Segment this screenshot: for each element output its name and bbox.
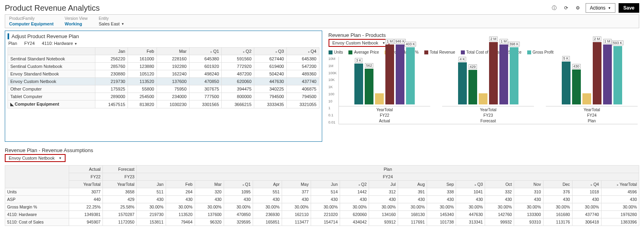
col-header[interactable]: Dec bbox=[543, 181, 572, 188]
col-header[interactable]: Mar bbox=[195, 181, 224, 188]
cell[interactable]: 30.00% bbox=[572, 203, 601, 211]
cell[interactable]: 25.58% bbox=[103, 203, 137, 211]
cell[interactable]: 161680 bbox=[543, 211, 572, 218]
col-header[interactable]: Plan bbox=[137, 166, 639, 173]
cell[interactable]: 30.00% bbox=[166, 203, 195, 211]
cell[interactable]: 430 bbox=[369, 196, 398, 203]
cell[interactable]: 601920 bbox=[189, 63, 222, 70]
row-label[interactable]: Sentinal Standard Notebook bbox=[8, 55, 95, 63]
cell[interactable]: 134160 bbox=[369, 211, 398, 218]
panel-pov-item[interactable]: 4110: Hardware ▼ bbox=[42, 41, 77, 46]
table-row[interactable]: ◣ Computer Equipment14575158138201030230… bbox=[8, 100, 319, 108]
cell[interactable]: 312 bbox=[369, 188, 398, 196]
cell[interactable]: 161000 bbox=[128, 55, 157, 63]
cell[interactable]: 430 bbox=[485, 196, 514, 203]
cell[interactable]: 430 bbox=[224, 196, 253, 203]
cell[interactable]: 310 bbox=[514, 188, 543, 196]
cell[interactable]: 234000 bbox=[157, 93, 189, 100]
cell[interactable]: 30.00% bbox=[543, 203, 572, 211]
cell[interactable]: 30.00% bbox=[311, 203, 340, 211]
bar-gross-margin-[interactable] bbox=[375, 93, 384, 104]
cell[interactable]: 1570287 bbox=[103, 211, 137, 218]
cell[interactable]: 79464 bbox=[166, 218, 195, 226]
cell[interactable]: 162240 bbox=[157, 70, 189, 78]
col-header[interactable]: Q3 bbox=[254, 48, 287, 55]
pov-product-family[interactable]: ProductFamily Computer Equipment bbox=[9, 16, 54, 26]
cell[interactable]: 175925 bbox=[95, 85, 128, 93]
cell[interactable]: 192280 bbox=[157, 63, 189, 70]
col-header[interactable]: Actual bbox=[69, 166, 102, 173]
cell[interactable]: 113176 bbox=[543, 218, 572, 226]
cell[interactable]: 813820 bbox=[128, 100, 157, 108]
cell[interactable]: 1030230 bbox=[157, 100, 189, 108]
bar-units[interactable]: 3 K bbox=[354, 64, 363, 104]
table-row[interactable]: Tablet Computer2890002545002340007775008… bbox=[8, 93, 319, 100]
cell[interactable]: 30.00% bbox=[369, 203, 398, 211]
col-header[interactable]: Mar bbox=[157, 48, 189, 55]
panel-pov-item[interactable]: FY24 bbox=[24, 41, 35, 46]
cell[interactable]: 489360 bbox=[286, 70, 319, 78]
cell[interactable]: 153811 bbox=[137, 218, 166, 226]
bar-gross-profit[interactable]: 403 K bbox=[406, 47, 415, 104]
cell[interactable]: 437740 bbox=[572, 211, 601, 218]
cell[interactable]: 1041 bbox=[456, 188, 485, 196]
cell[interactable]: 30.00% bbox=[398, 203, 427, 211]
cell[interactable]: 289000 bbox=[95, 93, 128, 100]
cell[interactable]: 1976280 bbox=[601, 211, 639, 218]
cell[interactable]: 447630 bbox=[456, 211, 485, 218]
cell[interactable]: 3321055 bbox=[286, 100, 319, 108]
gear-icon[interactable]: ⚙ bbox=[574, 4, 582, 12]
cell[interactable]: 256220 bbox=[95, 55, 128, 63]
cell[interactable]: 3077 bbox=[69, 188, 102, 196]
col-header[interactable]: Feb bbox=[166, 181, 195, 188]
refresh-icon[interactable]: ⟳ bbox=[562, 4, 571, 12]
table-row[interactable]: 4110: Hardware13493811570287219730113520… bbox=[5, 211, 639, 218]
table-row[interactable]: 5110: Cost of Sales945907117205015381179… bbox=[5, 218, 639, 226]
bar-total-cost-of-sales-and-service[interactable]: 946 K bbox=[396, 44, 404, 104]
cell[interactable]: 429 bbox=[103, 196, 137, 203]
bar-units[interactable]: 4 K bbox=[458, 62, 467, 104]
cell[interactable]: 30.00% bbox=[485, 203, 514, 211]
cell[interactable]: 430 bbox=[253, 196, 282, 203]
cell[interactable]: 145340 bbox=[427, 211, 456, 218]
row-label[interactable]: 4110: Hardware bbox=[5, 211, 69, 218]
bar-average-price[interactable]: 430 bbox=[572, 69, 581, 104]
cell[interactable]: 254500 bbox=[128, 93, 157, 100]
cell[interactable]: 772920 bbox=[222, 63, 254, 70]
cell[interactable]: 434042 bbox=[340, 218, 369, 226]
cell[interactable]: 113520 bbox=[128, 78, 157, 85]
cell[interactable]: 338 bbox=[427, 188, 456, 196]
cell[interactable]: 30.00% bbox=[601, 203, 639, 211]
row-label[interactable]: Units bbox=[5, 188, 69, 196]
cell[interactable]: 620060 bbox=[340, 211, 369, 218]
col-header[interactable]: FY23 bbox=[103, 173, 137, 181]
cell[interactable]: 285760 bbox=[95, 63, 128, 70]
cell[interactable]: 1349381 bbox=[69, 211, 102, 218]
cell[interactable]: 1172050 bbox=[103, 218, 137, 226]
cell[interactable]: 117691 bbox=[398, 218, 427, 226]
table-row[interactable]: Envoy Custom Netbook21973011352013760047… bbox=[8, 78, 319, 85]
cell[interactable]: 645380 bbox=[286, 55, 319, 63]
cell[interactable]: 307675 bbox=[189, 85, 222, 93]
cell[interactable]: 228160 bbox=[157, 55, 189, 63]
col-header[interactable]: Q4 bbox=[286, 48, 319, 55]
cell[interactable]: 430 bbox=[398, 196, 427, 203]
cell[interactable]: 394475 bbox=[222, 85, 254, 93]
cell[interactable]: 800000 bbox=[222, 93, 254, 100]
assumptions-product-select[interactable]: Envoy Custom Netbook ▼ bbox=[5, 154, 66, 162]
col-header[interactable]: Aug bbox=[398, 181, 427, 188]
table-row[interactable]: ASP4404294304304304304304304304304304304… bbox=[5, 196, 639, 203]
col-header[interactable]: YearTotal bbox=[103, 181, 137, 188]
cell[interactable]: 30.00% bbox=[282, 203, 311, 211]
pov-entity[interactable]: Entity Sales East ▼ bbox=[99, 16, 124, 26]
row-label[interactable]: Envoy Standard Netbook bbox=[8, 70, 95, 78]
col-header[interactable]: Apr bbox=[253, 181, 282, 188]
cell[interactable]: 377 bbox=[282, 188, 311, 196]
cell[interactable]: 3301565 bbox=[189, 100, 222, 108]
cell[interactable]: 1018 bbox=[572, 188, 601, 196]
row-label[interactable]: 5110: Cost of Sales bbox=[5, 218, 69, 226]
assumptions-grid[interactable]: ActualForecastPlanFY22FY23FY24YearTotalY… bbox=[5, 165, 639, 226]
cell[interactable]: 430 bbox=[282, 196, 311, 203]
cell[interactable]: 620060 bbox=[222, 78, 254, 85]
cell[interactable]: 430 bbox=[543, 196, 572, 203]
